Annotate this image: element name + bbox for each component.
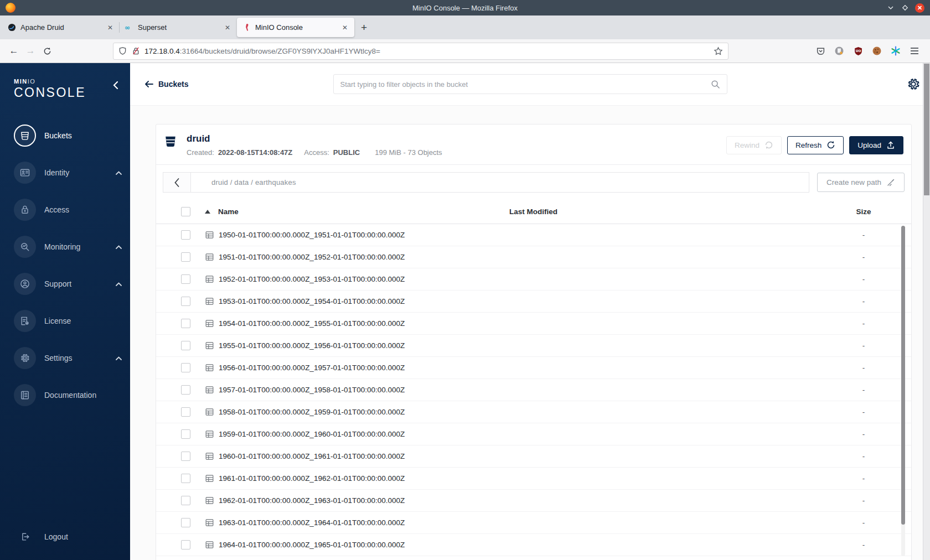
chevron-up-icon[interactable]: [115, 356, 122, 361]
object-size: -: [830, 452, 897, 460]
object-name: 1953-01-01T00:00:00.000Z_1954-01-01T00:0…: [219, 297, 405, 305]
forward-button[interactable]: →: [22, 43, 39, 59]
row-checkbox[interactable]: [181, 297, 190, 306]
table-row[interactable]: 1958-01-01T00:00:00.000Z_1959-01-01T00:0…: [156, 401, 911, 423]
new-tab-button[interactable]: +: [361, 22, 367, 34]
tab-close-icon[interactable]: ✕: [340, 24, 349, 32]
sidebar-item-documentation[interactable]: Documentation: [14, 384, 122, 406]
table-row[interactable]: 1962-01-01T00:00:00.000Z_1963-01-01T00:0…: [156, 490, 911, 512]
column-header-name[interactable]: Name: [218, 208, 239, 216]
table-scrollbar[interactable]: [901, 226, 905, 556]
refresh-label: Refresh: [795, 141, 822, 149]
row-checkbox[interactable]: [181, 274, 190, 284]
insecure-lock-icon[interactable]: [132, 46, 140, 55]
chevron-up-icon[interactable]: [115, 245, 122, 250]
chevron-up-icon[interactable]: [115, 170, 122, 175]
chevron-up-icon[interactable]: [115, 282, 122, 287]
row-checkbox[interactable]: [181, 540, 190, 549]
rewind-label: Rewind: [735, 141, 760, 149]
tab-close-icon[interactable]: ✕: [106, 24, 115, 32]
snowflake-extension-icon[interactable]: [890, 45, 901, 56]
reload-button[interactable]: [39, 43, 55, 59]
tracking-shield-icon[interactable]: [118, 46, 127, 55]
refresh-button[interactable]: Refresh: [787, 136, 844, 154]
table-row[interactable]: 1951-01-01T00:00:00.000Z_1952-01-01T00:0…: [156, 246, 911, 268]
row-checkbox[interactable]: [181, 452, 190, 461]
cookie-extension-icon[interactable]: [871, 45, 882, 56]
table-row[interactable]: 1959-01-01T00:00:00.000Z_1960-01-01T00:0…: [156, 423, 911, 445]
menu-hamburger-icon[interactable]: [909, 45, 920, 56]
row-checkbox[interactable]: [181, 407, 190, 417]
back-to-buckets-link[interactable]: Buckets: [144, 80, 188, 89]
row-checkbox[interactable]: [181, 474, 190, 483]
table-row[interactable]: 1960-01-01T00:00:00.000Z_1961-01-01T00:0…: [156, 445, 911, 468]
sidebar-item-license[interactable]: License: [14, 310, 122, 332]
sort-ascending-icon[interactable]: [205, 210, 210, 214]
sidebar-item-label: Settings: [44, 354, 73, 362]
sidebar-item-settings[interactable]: Settings: [14, 347, 122, 369]
docs-icon: [14, 384, 36, 406]
browser-scrollbar-thumb[interactable]: [924, 64, 929, 195]
column-header-last-modified[interactable]: Last Modified: [509, 208, 830, 216]
breadcrumb-path[interactable]: druid / data / earthquakes: [211, 178, 296, 186]
row-checkbox[interactable]: [181, 341, 190, 350]
table-row[interactable]: 1957-01-01T00:00:00.000Z_1958-01-01T00:0…: [156, 379, 911, 401]
ublock-extension-icon[interactable]: UO: [852, 45, 864, 56]
row-checkbox[interactable]: [181, 230, 190, 240]
tab-minio-console[interactable]: MinIO Console ✕: [237, 18, 354, 37]
window-maximize-button[interactable]: [901, 3, 910, 12]
create-new-path-button[interactable]: Create new path: [817, 173, 905, 192]
tab-close-icon[interactable]: ✕: [223, 24, 232, 32]
sidebar-item-identity[interactable]: Identity: [14, 162, 122, 184]
settings-gear-icon[interactable]: [906, 77, 921, 91]
sidebar-item-monitoring[interactable]: Monitoring: [14, 236, 122, 258]
table-row[interactable]: 1950-01-01T00:00:00.000Z_1951-01-01T00:0…: [156, 224, 911, 246]
column-header-size[interactable]: Size: [830, 208, 897, 216]
table-scrollbar-thumb[interactable]: [901, 226, 905, 525]
browser-scrollbar[interactable]: [923, 63, 930, 560]
tab-apache-druid[interactable]: Apache Druid ✕: [2, 18, 120, 37]
tab-superset[interactable]: ∞ Superset ✕: [120, 18, 237, 37]
object-size: -: [830, 253, 897, 261]
minio-console-logo: MINIO CONSOLE: [0, 63, 130, 100]
row-checkbox[interactable]: [181, 518, 190, 527]
table-row[interactable]: 1954-01-01T00:00:00.000Z_1955-01-01T00:0…: [156, 313, 911, 335]
object-size: -: [830, 474, 897, 483]
row-checkbox[interactable]: [181, 496, 190, 505]
sidebar-item-buckets[interactable]: Buckets: [14, 125, 122, 147]
table-row[interactable]: 1955-01-01T00:00:00.000Z_1956-01-01T00:0…: [156, 335, 911, 357]
sidebar-collapse-icon[interactable]: [113, 81, 119, 90]
sidebar-item-logout[interactable]: Logout: [14, 526, 122, 548]
table-row[interactable]: 1956-01-01T00:00:00.000Z_1957-01-01T00:0…: [156, 357, 911, 379]
breadcrumb-back-button[interactable]: [163, 173, 191, 192]
back-button[interactable]: ←: [6, 43, 22, 59]
table-row[interactable]: 1964-01-01T00:00:00.000Z_1965-01-01T00:0…: [156, 534, 911, 556]
object-size: -: [830, 408, 897, 416]
window-minimize-button[interactable]: [886, 3, 895, 12]
bookmark-star-icon[interactable]: [714, 46, 723, 56]
table-row[interactable]: 1963-01-01T00:00:00.000Z_1964-01-01T00:0…: [156, 512, 911, 534]
privacy-jar-extension-icon[interactable]: [834, 45, 845, 56]
url-bar[interactable]: 172.18.0.4:31664/buckets/druid/browse/ZG…: [113, 43, 728, 60]
row-checkbox[interactable]: [181, 252, 190, 262]
window-close-button[interactable]: ✕: [915, 3, 924, 13]
row-checkbox[interactable]: [181, 429, 190, 439]
object-name: 1952-01-01T00:00:00.000Z_1953-01-01T00:0…: [219, 275, 405, 283]
logo-min-bold: MIN: [14, 78, 28, 85]
url-host: 172.18.0.4: [144, 47, 180, 55]
table-row[interactable]: 1961-01-01T00:00:00.000Z_1962-01-01T00:0…: [156, 468, 911, 490]
search-input[interactable]: [340, 80, 711, 89]
table-row[interactable]: 1953-01-01T00:00:00.000Z_1954-01-01T00:0…: [156, 291, 911, 313]
object-name: 1960-01-01T00:00:00.000Z_1961-01-01T00:0…: [219, 452, 405, 460]
svg-text:UO: UO: [855, 49, 861, 53]
upload-button[interactable]: Upload: [849, 136, 903, 154]
row-checkbox[interactable]: [181, 385, 190, 395]
row-checkbox[interactable]: [181, 319, 190, 328]
table-row[interactable]: 1952-01-01T00:00:00.000Z_1953-01-01T00:0…: [156, 268, 911, 291]
rewind-button[interactable]: Rewind: [726, 136, 782, 154]
sidebar-item-support[interactable]: Support: [14, 273, 122, 295]
select-all-checkbox[interactable]: [181, 207, 190, 216]
pocket-shield-extension-icon[interactable]: [815, 45, 826, 56]
row-checkbox[interactable]: [181, 363, 190, 372]
sidebar-item-access[interactable]: Access: [14, 199, 122, 221]
